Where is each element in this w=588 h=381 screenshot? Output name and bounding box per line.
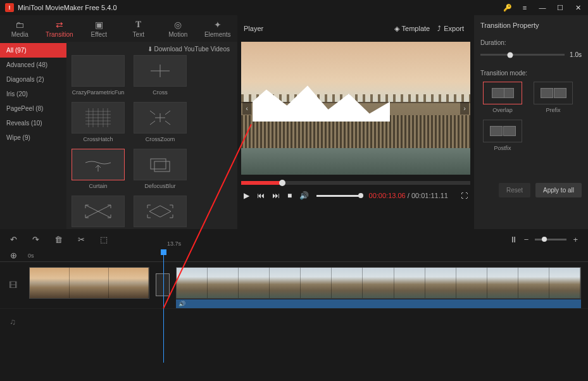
zoom-out-button[interactable]: − [524,235,529,244]
next-frame-button[interactable]: ⏭ [272,191,280,200]
transition-properties: Transition Property Duration: 1.0s Trans… [474,15,588,229]
reset-button[interactable]: Reset [499,183,530,197]
library-tabs: 🗀Media ⇄Transition ▣Effect 𝐓Text ◎Motion… [0,15,237,42]
category-diagonals[interactable]: Diagonals (2) [0,72,66,87]
zoom-in-button[interactable]: + [573,235,578,244]
transition-item[interactable]: CrossZoom [132,102,188,142]
transition-item[interactable]: DiagonalCrossOut [70,196,126,229]
text-icon: 𝐓 [135,20,141,30]
fullscreen-button[interactable]: ⛶ [461,192,468,199]
time-display: 00:00:13.06 / 00:01:11.11 [369,192,448,199]
tab-text[interactable]: 𝐓Text [119,15,159,42]
video-clip[interactable] [29,267,149,299]
mode-label: Transition mode: [480,70,582,77]
duration-label: Duration: [480,39,582,46]
video-clip[interactable] [176,267,581,299]
stop-button[interactable]: ■ [287,191,292,200]
svg-rect-19 [151,159,166,169]
app-logo: ! [5,3,14,12]
export-icon: ⤴ [437,25,441,32]
timeline: ↶ ↷ 🗑 ✂ ⬚ ⏸ − + ⊕ 0s 13.7s 🎞 [0,229,588,381]
tracks-area[interactable]: 🎞 🔊 ♫ [0,262,588,381]
export-button[interactable]: ⤴Export [434,22,468,35]
tab-transition[interactable]: ⇄Transition [40,15,80,42]
mode-postfix[interactable]: Postfix [480,120,525,151]
minimize-button[interactable]: — [537,3,547,13]
timeline-ruler[interactable]: ⊕ 0s 13.7s [0,249,588,262]
transition-item[interactable]: Diamond1 [132,196,188,229]
mode-prefix[interactable]: Prefix [531,82,575,113]
key-icon[interactable]: 🔑 [503,4,512,12]
transition-item[interactable]: CrossHatch [70,102,126,142]
download-youtube-link[interactable]: ⬇ Download YouTube Videos [147,46,230,53]
tab-elements[interactable]: ✦Elements [198,15,238,42]
svg-marker-23 [149,206,171,217]
split-button[interactable]: ✂ [78,235,85,244]
duration-value: 1.0s [570,51,582,58]
player-progress[interactable] [241,181,470,185]
transition-marker[interactable] [156,273,170,296]
apply-all-button[interactable]: Apply to all [535,183,582,197]
tab-media[interactable]: 🗀Media [0,15,40,42]
transition-gallery: ⬇ Download YouTube Videos CrazyParametri… [66,42,237,229]
category-wipe[interactable]: Wipe (9) [0,130,66,145]
crop-button[interactable]: ⬚ [100,235,108,244]
delete-button[interactable]: 🗑 [54,235,63,244]
transition-item[interactable]: CrazyParametricFun [70,55,126,96]
maximize-button[interactable]: ☐ [555,3,565,13]
play-button[interactable]: ▶ [244,191,249,200]
zoom-slider[interactable] [535,239,566,240]
category-iris[interactable]: Iris (20) [0,87,66,101]
duration-slider[interactable] [480,54,565,56]
titlebar: ! MiniTool MovieMaker Free 5.4.0 🔑 ≡ — ☐… [0,0,588,15]
redo-button[interactable]: ↷ [32,235,39,244]
category-reveals[interactable]: Reveals (10) [0,116,66,130]
swap-icon: ⇄ [56,20,63,30]
category-advanced[interactable]: Advanced (48) [0,58,66,72]
player-controls: ▶ ⏮ ⏭ ■ 🔊 00:00:13.06 / 00:01:11.11 ⛶ [241,185,470,206]
menu-icon[interactable]: ≡ [520,3,530,13]
undo-button[interactable]: ↶ [10,235,17,244]
folder-icon: 🗀 [15,20,24,30]
sparkle-icon: ✦ [214,20,222,30]
svg-line-14 [150,111,155,115]
svg-line-15 [165,111,170,115]
video-track-icon: 🎞 [0,280,25,290]
tab-motion[interactable]: ◎Motion [158,15,198,42]
next-clip-button[interactable]: › [460,102,469,115]
category-list: All (97) Advanced (48) Diagonals (2) Iri… [0,42,66,229]
transition-item[interactable]: DefocusBlur [132,149,188,189]
music-track-icon: ♫ [0,317,25,327]
square-icon: ▣ [95,20,103,30]
snap-icon[interactable]: ⏸ [510,235,518,244]
template-icon: ◈ [394,25,399,33]
close-button[interactable]: ✕ [573,3,583,13]
app-title: MiniTool MovieMaker Free 5.4.0 [18,4,503,11]
music-track[interactable]: ♫ [0,309,588,334]
video-preview[interactable]: ‹ › [241,42,470,175]
add-track-button[interactable]: ⊕ [10,251,17,260]
transition-item[interactable]: Cross [132,55,188,96]
svg-rect-20 [154,161,170,172]
volume-slider[interactable] [316,195,361,197]
tab-effect[interactable]: ▣Effect [79,15,119,42]
props-title: Transition Property [480,22,582,29]
player-title: Player [244,25,391,32]
svg-line-16 [150,121,155,125]
category-all[interactable]: All (97) [0,43,66,58]
mode-overlap[interactable]: Overlap [480,82,525,113]
library-panel: 🗀Media ⇄Transition ▣Effect 𝐓Text ◎Motion… [0,15,237,229]
prev-clip-button[interactable]: ‹ [242,102,251,115]
speaker-icon: 🔊 [178,301,185,307]
volume-icon[interactable]: 🔊 [299,191,309,200]
video-track[interactable]: 🎞 🔊 [0,262,588,309]
playhead[interactable]: 13.7s [163,249,164,363]
target-icon: ◎ [174,20,182,30]
prev-frame-button[interactable]: ⏮ [257,191,265,200]
player-panel: Player ◈Template ⤴Export ‹ › ▶ ⏮ ⏭ ■ 🔊 0… [237,15,474,229]
audio-strip[interactable]: 🔊 [176,299,581,308]
transition-item[interactable]: Curtain [70,149,126,189]
timeline-toolbar: ↶ ↷ 🗑 ✂ ⬚ ⏸ − + [0,229,588,249]
template-button[interactable]: ◈Template [391,22,434,35]
category-pagepeel[interactable]: PagePeel (8) [0,101,66,116]
